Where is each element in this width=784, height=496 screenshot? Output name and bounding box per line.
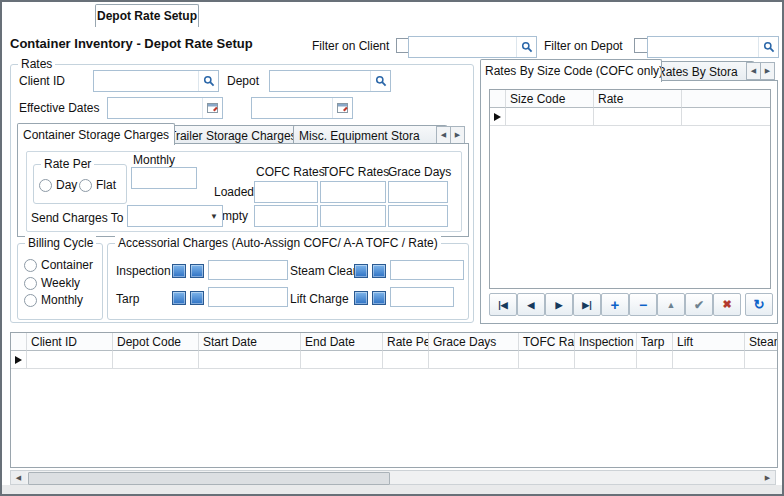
grid-cell[interactable] — [301, 351, 383, 369]
tarp-tofc-checkbox[interactable] — [190, 291, 204, 305]
monthly-rate-input[interactable] — [131, 167, 197, 189]
steam-clean-tofc-checkbox[interactable] — [372, 264, 386, 278]
filter-depot-lookup-button[interactable] — [758, 37, 778, 57]
nav-last-button[interactable]: ▶| — [573, 293, 601, 316]
column-header-client-id[interactable]: Client ID — [27, 333, 113, 351]
grid-cell-size-code[interactable] — [506, 108, 594, 126]
depot-lookup-button[interactable] — [370, 71, 390, 91]
billing-cycle-weekly-radio[interactable]: Weekly — [24, 276, 80, 290]
lift-charge-tofc-checkbox[interactable] — [372, 291, 386, 305]
loaded-grace-days-input[interactable] — [388, 181, 448, 203]
billing-cycle-monthly-radio[interactable]: Monthly — [24, 293, 83, 307]
lift-charge-rate-input[interactable] — [390, 287, 454, 307]
tab-rates-by-storage[interactable]: Rates By Stora — [652, 61, 754, 81]
grid-cell[interactable] — [575, 351, 637, 369]
scroll-left-button[interactable]: ◀ — [11, 471, 26, 484]
column-header-tofc-rate[interactable]: TOFC Rate — [519, 333, 575, 351]
scroll-right-button[interactable]: ▶ — [760, 471, 775, 484]
effective-date-from-field[interactable] — [107, 97, 223, 119]
grid-cell[interactable] — [199, 351, 301, 369]
empty-grace-days-input[interactable] — [388, 205, 448, 227]
scrollbar-thumb[interactable] — [28, 472, 390, 485]
scrollbar-track[interactable] — [26, 471, 760, 484]
loaded-cofc-rate-input[interactable] — [254, 181, 318, 203]
tab-trailer-storage-charges[interactable]: Trailer Storage Charges — [163, 125, 305, 145]
inspection-cofc-checkbox[interactable] — [172, 264, 186, 278]
last-record-icon: ▶| — [582, 300, 591, 310]
grid-row[interactable] — [490, 108, 770, 126]
insert-record-icon: + — [611, 296, 620, 313]
client-id-value[interactable] — [94, 71, 198, 91]
steam-clean-rate-input[interactable] — [390, 260, 464, 280]
nav-prior-button[interactable]: ◀ — [517, 293, 545, 316]
column-header-depot-code[interactable]: Depot Code — [113, 333, 199, 351]
column-header-inspection[interactable]: Inspection — [575, 333, 637, 351]
column-header-rate-per[interactable]: Rate Per — [383, 333, 429, 351]
grid-cell[interactable] — [429, 351, 519, 369]
steam-clean-cofc-checkbox[interactable] — [354, 264, 368, 278]
filter-depot-input[interactable] — [647, 36, 779, 58]
column-header-steam[interactable]: Steam — [745, 333, 778, 351]
empty-cofc-rate-input[interactable] — [254, 205, 318, 227]
filter-depot-value[interactable] — [648, 37, 758, 57]
column-header-grace-days[interactable]: Grace Days — [429, 333, 519, 351]
column-header-rate[interactable]: Rate — [594, 90, 682, 108]
nav-edit-button[interactable]: ▲ — [657, 293, 685, 316]
tab-rates-by-size-code[interactable]: Rates By Size Code (COFC only) — [480, 59, 662, 82]
column-header-end-date[interactable]: End Date — [301, 333, 383, 351]
send-charges-to-combo[interactable]: ▼ — [127, 205, 223, 227]
client-id-field[interactable] — [93, 70, 219, 92]
grid-cell[interactable] — [519, 351, 575, 369]
grid-row[interactable] — [11, 351, 777, 369]
edit-record-icon: ▲ — [667, 300, 676, 310]
grid-cell[interactable] — [745, 351, 778, 369]
filter-client-value[interactable] — [409, 37, 516, 57]
inspection-tofc-checkbox[interactable] — [190, 264, 204, 278]
column-header-size-code[interactable]: Size Code — [506, 90, 594, 108]
nav-delete-button[interactable]: − — [629, 293, 657, 316]
nav-cancel-button[interactable]: ✖ — [713, 293, 741, 316]
grid-cell[interactable] — [113, 351, 199, 369]
effective-date-to-value[interactable] — [252, 98, 332, 118]
depot-field[interactable] — [269, 70, 391, 92]
nav-insert-button[interactable]: + — [601, 293, 629, 316]
grid-cell[interactable] — [27, 351, 113, 369]
tab-depot-rate-setup[interactable]: Depot Rate Setup — [95, 4, 199, 27]
effective-date-from-picker-button[interactable] — [202, 98, 222, 118]
nav-refresh-button[interactable]: ↻ — [745, 293, 773, 316]
column-header-lift[interactable]: Lift — [673, 333, 745, 351]
rate-per-flat-radio[interactable]: Flat — [79, 178, 116, 192]
client-id-lookup-button[interactable] — [198, 71, 218, 91]
filter-client-lookup-button[interactable] — [516, 37, 536, 57]
nav-first-button[interactable]: |◀ — [489, 293, 517, 316]
size-tabs-scroll-right-button[interactable]: ▶ — [760, 62, 775, 80]
nav-next-button[interactable]: ▶ — [545, 293, 573, 316]
tarp-cofc-checkbox[interactable] — [172, 291, 186, 305]
tab-misc-equipment-storage[interactable]: Misc. Equipment Stora — [293, 125, 447, 145]
tab-scroll-right-button[interactable]: ▶ — [450, 126, 465, 144]
tab-scroll-left-button[interactable]: ◀ — [436, 126, 451, 144]
tarp-rate-input[interactable] — [208, 287, 288, 307]
nav-post-button[interactable]: ✔ — [685, 293, 713, 316]
empty-tofc-rate-input[interactable] — [320, 205, 386, 227]
horizontal-scrollbar[interactable]: ◀ ▶ — [10, 470, 776, 485]
effective-date-to-field[interactable] — [251, 97, 353, 119]
status-strip — [2, 485, 782, 494]
effective-date-to-picker-button[interactable] — [332, 98, 352, 118]
inspection-rate-input[interactable] — [208, 260, 288, 280]
grid-cell[interactable] — [383, 351, 429, 369]
grid-cell-rate[interactable] — [594, 108, 682, 126]
loaded-tofc-rate-input[interactable] — [320, 181, 386, 203]
billing-cycle-container-radio[interactable]: Container — [24, 258, 93, 272]
grid-cell[interactable] — [637, 351, 673, 369]
rate-per-day-radio[interactable]: Day — [39, 178, 77, 192]
depot-value[interactable] — [270, 71, 370, 91]
grid-cell[interactable] — [673, 351, 745, 369]
size-tabs-scroll-left-button[interactable]: ◀ — [746, 62, 761, 80]
filter-client-input[interactable] — [408, 36, 537, 58]
lift-charge-cofc-checkbox[interactable] — [354, 291, 368, 305]
tab-container-storage-charges[interactable]: Container Storage Charges — [17, 123, 175, 145]
column-header-start-date[interactable]: Start Date — [199, 333, 301, 351]
column-header-tarp[interactable]: Tarp — [637, 333, 673, 351]
effective-date-from-value[interactable] — [108, 98, 202, 118]
